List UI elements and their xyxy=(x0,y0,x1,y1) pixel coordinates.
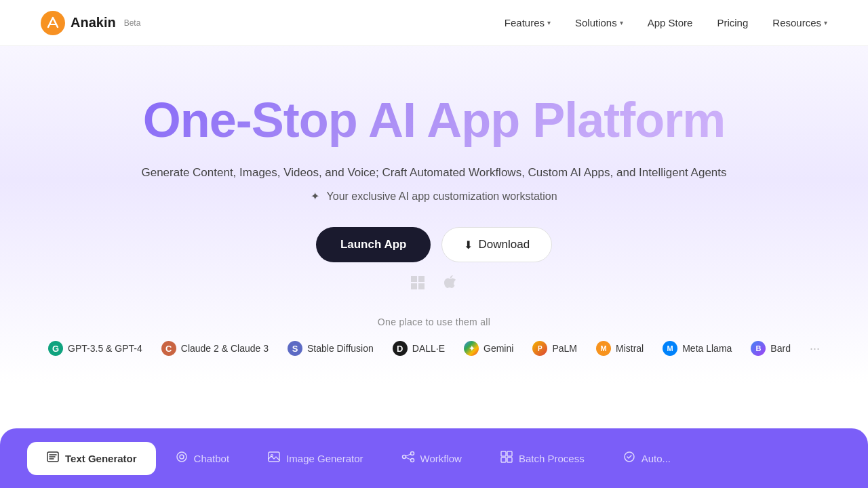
tool-gpt[interactable]: G GPT-3.5 & GPT-4 xyxy=(48,341,142,356)
tool-stable-diffusion[interactable]: S Stable Diffusion xyxy=(288,341,374,356)
launch-app-button[interactable]: Launch App xyxy=(316,227,431,262)
text-generator-icon xyxy=(46,450,60,467)
os-icons-row xyxy=(41,273,827,292)
svg-rect-3 xyxy=(411,283,417,289)
tool-mistral[interactable]: M Mistral xyxy=(596,341,644,356)
nav-resources[interactable]: Resources ▾ xyxy=(772,17,827,28)
mistral-logo: M xyxy=(596,341,611,356)
gpt-logo: G xyxy=(48,341,63,356)
sparkle-icon: ✦ xyxy=(311,190,319,202)
dalle-logo: D xyxy=(393,341,408,356)
download-icon: ⬇ xyxy=(464,239,473,251)
svg-rect-20 xyxy=(501,458,506,462)
chevron-down-icon: ▾ xyxy=(824,19,827,26)
svg-rect-18 xyxy=(501,451,506,456)
auto-icon xyxy=(623,450,636,467)
svg-line-16 xyxy=(406,454,410,456)
svg-rect-19 xyxy=(507,451,512,456)
tab-text-generator[interactable]: Text Generator xyxy=(27,442,156,475)
chevron-down-icon: ▾ xyxy=(547,19,551,26)
stable-diffusion-logo: S xyxy=(288,341,302,356)
svg-rect-21 xyxy=(507,458,512,462)
chevron-down-icon: ▾ xyxy=(620,19,623,26)
logo-beta-badge: Beta xyxy=(124,18,141,28)
claude-logo: C xyxy=(161,341,176,356)
nav-pricing[interactable]: Pricing xyxy=(717,17,748,28)
tool-palm[interactable]: P PaLM xyxy=(532,341,577,356)
svg-point-10 xyxy=(180,455,184,459)
logo-text: Anakin xyxy=(71,15,116,30)
tool-meta-llama[interactable]: M Meta Llama xyxy=(663,341,732,356)
svg-rect-2 xyxy=(418,276,425,282)
svg-line-17 xyxy=(406,458,410,460)
nav-solutions[interactable]: Solutions ▾ xyxy=(575,17,623,28)
tool-gemini[interactable]: ✦ Gemini xyxy=(464,341,513,356)
svg-point-9 xyxy=(177,452,186,462)
tab-chatbot[interactable]: Chatbot xyxy=(156,442,249,475)
tools-strip: G GPT-3.5 & GPT-4 C Claude 2 & Claude 3 … xyxy=(41,341,827,356)
tool-claude[interactable]: C Claude 2 & Claude 3 xyxy=(161,341,269,356)
tool-dalle[interactable]: D DALL·E xyxy=(393,341,445,356)
workflow-icon xyxy=(401,450,415,467)
apple-icon[interactable] xyxy=(441,273,460,292)
hero-buttons: Launch App ⬇ Download xyxy=(41,227,827,262)
download-button[interactable]: ⬇ Download xyxy=(441,227,552,262)
bottom-tab-bar: Text Generator Chatbot Image Generator xyxy=(0,428,868,488)
svg-point-13 xyxy=(402,455,406,458)
tab-workflow[interactable]: Workflow xyxy=(382,442,481,475)
svg-point-14 xyxy=(410,451,414,455)
more-tools-button[interactable]: ··· xyxy=(810,342,820,356)
batch-process-icon xyxy=(500,450,513,467)
palm-logo: P xyxy=(532,341,547,356)
tool-bard[interactable]: B Bard xyxy=(751,341,791,356)
svg-point-15 xyxy=(410,458,414,462)
svg-rect-1 xyxy=(411,276,417,282)
logo-container[interactable]: Anakin Beta xyxy=(41,11,140,35)
nav-links: Features ▾ Solutions ▾ App Store Pricing… xyxy=(505,17,827,28)
svg-point-0 xyxy=(41,11,65,35)
gemini-logo: ✦ xyxy=(464,341,479,356)
navbar: Anakin Beta Features ▾ Solutions ▾ App S… xyxy=(0,0,868,46)
chatbot-icon xyxy=(175,450,189,467)
tab-image-generator[interactable]: Image Generator xyxy=(248,442,382,475)
nav-features[interactable]: Features ▾ xyxy=(505,17,551,28)
hero-section: One-Stop AI App Platform Generate Conten… xyxy=(0,46,868,383)
hero-tagline: ✦ Your exclusive AI app customization wo… xyxy=(41,190,827,203)
tab-auto[interactable]: Auto... xyxy=(604,442,690,475)
bard-logo: B xyxy=(751,341,766,356)
hero-subtitle: Generate Content, Images, Videos, and Vo… xyxy=(41,163,827,182)
image-generator-icon xyxy=(267,450,281,467)
anakin-logo-icon xyxy=(41,11,65,35)
nav-appstore[interactable]: App Store xyxy=(648,17,693,28)
hero-title: One-Stop AI App Platform xyxy=(41,94,827,147)
meta-logo: M xyxy=(663,341,677,356)
svg-rect-4 xyxy=(418,283,425,289)
windows-icon[interactable] xyxy=(408,273,427,292)
one-place-label: One place to use them all xyxy=(41,317,827,327)
tab-batch-process[interactable]: Batch Process xyxy=(481,442,604,475)
